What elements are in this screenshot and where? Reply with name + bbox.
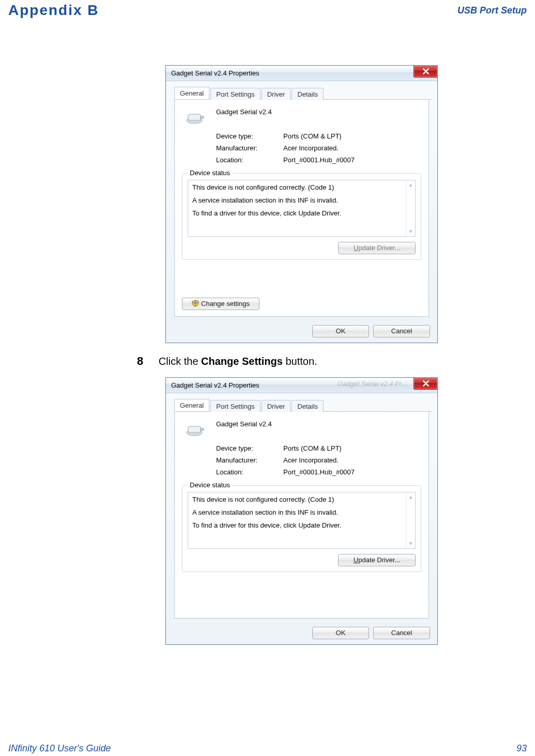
change-settings-button[interactable]: Change settings: [182, 298, 259, 310]
change-settings-label: Change settings: [201, 300, 250, 307]
titlebar: Gadget Serial v2.4 Properties: [166, 66, 437, 81]
device-type-value: Ports (COM & LPT): [283, 132, 421, 140]
step-text-bold: Change Settings: [201, 356, 283, 367]
status-line-1: This device is not configured correctly.…: [192, 496, 411, 503]
status-line-2: A service installation section in this I…: [192, 508, 411, 516]
page-header: Appendix B USB Port Setup: [0, 0, 535, 19]
manufacturer-label: Manufacturer:: [216, 456, 283, 464]
properties-dialog-1: Gadget Serial v2.4 Properties General Po…: [165, 65, 438, 343]
tab-driver[interactable]: Driver: [262, 88, 291, 100]
scroll-up-icon: ▲: [408, 180, 414, 190]
appendix-label: Appendix B: [8, 2, 99, 19]
window-title: Gadget Serial v2.4 Properties: [171, 69, 259, 77]
status-line-3: To find a driver for this device, click …: [192, 209, 411, 217]
location-label: Location:: [216, 468, 283, 476]
device-name: Gadget Serial v2.4: [216, 420, 421, 428]
device-status-legend: Device status: [188, 169, 232, 177]
tab-general[interactable]: General: [174, 87, 209, 99]
device-status-group: Device status This device is not configu…: [182, 485, 421, 572]
tab-strip: General Port Settings Driver Details: [174, 86, 432, 100]
device-status-text: This device is not configured correctly.…: [188, 180, 416, 237]
page-number: 93: [516, 743, 527, 754]
ok-button[interactable]: OK: [312, 627, 369, 639]
device-type-label: Device type:: [216, 132, 283, 140]
status-scrollbar[interactable]: ▲ ▼: [406, 180, 415, 236]
dialog-footer: OK Cancel: [166, 623, 437, 644]
location-label: Location:: [216, 156, 283, 164]
tab-port-settings[interactable]: Port Settings: [210, 88, 260, 100]
status-scrollbar[interactable]: ▲ ▼: [406, 492, 415, 548]
tab-panel-general: Gadget Serial v2.4 Device type:Ports (CO…: [174, 100, 429, 317]
manufacturer-value: Acer Incorporated.: [283, 144, 421, 152]
scroll-up-icon: ▲: [408, 492, 414, 502]
svg-rect-5: [201, 428, 204, 430]
tab-panel-general: Gadget Serial v2.4 Device type:Ports (CO…: [174, 412, 429, 619]
svg-rect-1: [188, 114, 201, 120]
tab-driver[interactable]: Driver: [262, 400, 291, 412]
background-window-hint: Gadget Serial v2.4 Pr…: [338, 380, 408, 388]
update-driver-button[interactable]: Update Driver...: [338, 554, 416, 566]
device-status-group: Device status This device is not configu…: [182, 173, 421, 260]
device-status-legend: Device status: [188, 481, 232, 489]
scroll-down-icon: ▼: [408, 539, 414, 548]
scroll-down-icon: ▼: [408, 227, 414, 236]
svg-rect-2: [201, 116, 204, 118]
tab-port-settings[interactable]: Port Settings: [210, 400, 260, 412]
guide-title: INfinity 610 User's Guide: [8, 743, 111, 754]
section-label: USB Port Setup: [457, 5, 527, 19]
step-text-after: button.: [283, 356, 317, 367]
manufacturer-value: Acer Incorporated.: [283, 456, 421, 464]
step-text-before: Click the: [159, 356, 201, 367]
tab-general[interactable]: General: [174, 399, 209, 411]
window-title: Gadget Serial v2.4 Properties: [171, 381, 259, 389]
page-footer: INfinity 610 User's Guide 93: [0, 743, 535, 754]
tab-details[interactable]: Details: [292, 400, 324, 412]
device-type-label: Device type:: [216, 444, 283, 452]
tab-details[interactable]: Details: [292, 88, 324, 100]
device-info: Device type:Ports (COM & LPT) Manufactur…: [216, 132, 421, 164]
device-info: Device type:Ports (COM & LPT) Manufactur…: [216, 444, 421, 476]
close-icon: [422, 68, 430, 75]
update-driver-button[interactable]: Update Driver...: [338, 242, 416, 254]
titlebar: Gadget Serial v2.4 Properties Gadget Ser…: [166, 378, 437, 393]
step-number: 8: [137, 354, 143, 367]
device-icon: [185, 111, 206, 126]
cancel-button[interactable]: Cancel: [373, 627, 430, 639]
location-value: Port_#0001.Hub_#0007: [283, 156, 421, 164]
status-line-3: To find a driver for this device, click …: [192, 521, 411, 529]
cancel-button[interactable]: Cancel: [373, 325, 430, 337]
ok-button[interactable]: OK: [312, 325, 369, 337]
device-icon: [185, 423, 206, 438]
dialog-footer: OK Cancel: [166, 321, 437, 343]
close-button[interactable]: [414, 66, 437, 78]
close-icon: [422, 380, 430, 387]
shield-icon: [192, 299, 199, 306]
device-status-text: This device is not configured correctly.…: [188, 492, 416, 549]
device-type-value: Ports (COM & LPT): [283, 444, 421, 452]
step-instruction: 8 Click the Change Settings button.: [137, 354, 535, 368]
status-line-2: A service installation section in this I…: [192, 196, 411, 204]
svg-rect-4: [188, 426, 201, 433]
manufacturer-label: Manufacturer:: [216, 144, 283, 152]
properties-dialog-2: Gadget Serial v2.4 Properties Gadget Ser…: [165, 377, 438, 645]
location-value: Port_#0001.Hub_#0007: [283, 468, 421, 476]
tab-strip: General Port Settings Driver Details: [174, 398, 432, 412]
device-name: Gadget Serial v2.4: [216, 108, 421, 116]
close-button[interactable]: [414, 378, 437, 390]
status-line-1: This device is not configured correctly.…: [192, 183, 411, 191]
